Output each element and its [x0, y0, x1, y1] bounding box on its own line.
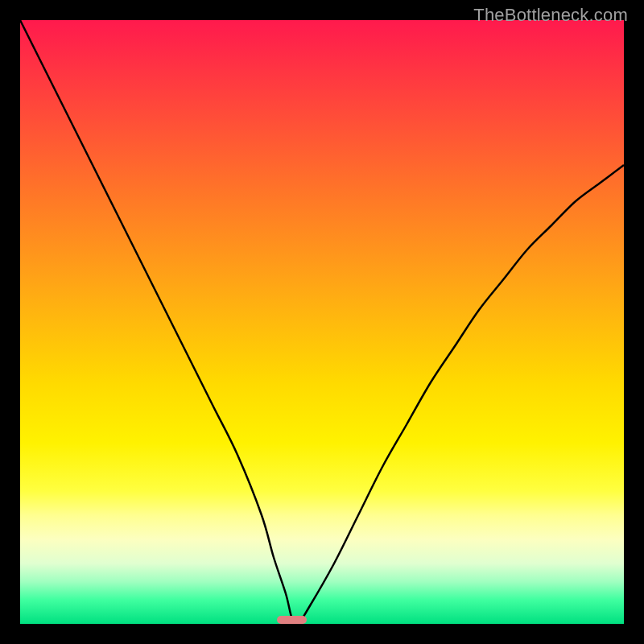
chart-container: TheBottleneck.com — [0, 0, 644, 644]
curve-svg — [20, 20, 624, 624]
optimal-marker — [277, 616, 308, 625]
watermark-text: TheBottleneck.com — [473, 5, 628, 26]
bottleneck-curve — [20, 20, 624, 624]
plot-area — [20, 20, 624, 624]
